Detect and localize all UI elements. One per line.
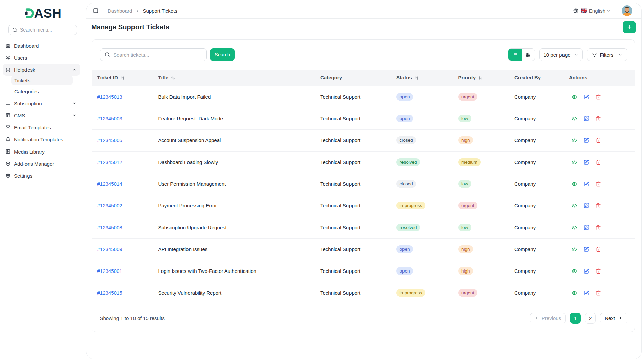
svg-text:ASH: ASH: [34, 6, 62, 20]
